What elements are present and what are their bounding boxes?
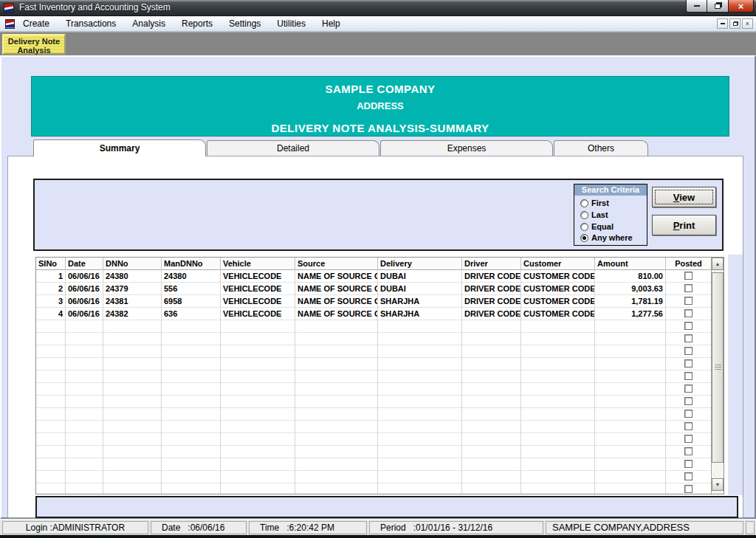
posted-checkbox[interactable] [684, 472, 693, 480]
menu-create[interactable]: Create [15, 16, 58, 31]
menu-reports[interactable]: Reports [173, 16, 221, 31]
table-row-empty[interactable] [36, 408, 724, 421]
status-time: Time :6:20:42 PM [249, 521, 367, 534]
radio-last[interactable]: Last [580, 210, 608, 219]
table-row-empty[interactable] [36, 345, 724, 358]
table-row-empty[interactable] [36, 483, 724, 494]
column-header-customer[interactable]: Customer [521, 258, 595, 270]
column-header-source[interactable]: Source [295, 258, 378, 270]
table-row[interactable]: 206/06/1624379556VEHICLECODENAME OF SOUR… [36, 283, 724, 295]
column-header-delivery[interactable]: Delivery [378, 258, 462, 270]
posted-checkbox[interactable] [684, 447, 693, 455]
menu-transactions[interactable]: Transactions [58, 16, 124, 31]
cell-mandnno [162, 396, 221, 408]
cell-source [295, 345, 378, 358]
table-row-empty[interactable] [36, 446, 724, 458]
posted-checkbox[interactable] [684, 372, 693, 380]
radio-anywhere[interactable]: Any where [580, 233, 633, 242]
cell-date [66, 383, 103, 396]
table-row-empty[interactable] [36, 433, 724, 446]
posted-checkbox[interactable] [684, 272, 693, 280]
scroll-down-button[interactable]: ▼ [712, 478, 724, 491]
cell-dnno: 24379 [103, 283, 162, 295]
table-row-empty[interactable] [36, 421, 724, 433]
vertical-scrollbar[interactable]: ▲ ▼ [711, 258, 724, 494]
print-button[interactable]: Print [652, 215, 716, 235]
cell-customer [521, 358, 595, 370]
menu-help[interactable]: Help [314, 16, 348, 31]
restore-button[interactable] [707, 0, 729, 13]
cell-mandnno: 636 [162, 308, 221, 320]
mdi-restore-button[interactable] [729, 18, 740, 29]
posted-checkbox[interactable] [684, 297, 693, 305]
posted-checkbox[interactable] [684, 334, 693, 342]
column-header-mandnno[interactable]: ManDNNo [162, 258, 221, 270]
posted-checkbox[interactable] [684, 460, 693, 468]
tab-expenses[interactable]: Expenses [380, 140, 553, 156]
mdi-close-button[interactable]: × [742, 18, 753, 29]
table-row-empty[interactable] [36, 396, 724, 408]
scroll-up-button[interactable]: ▲ [712, 258, 724, 270]
posted-checkbox[interactable] [684, 397, 693, 405]
tab-detailed[interactable]: Detailed [207, 140, 379, 156]
column-header-date[interactable]: Date [66, 258, 103, 270]
minimize-button[interactable] [686, 0, 707, 13]
cell-amount [595, 333, 666, 345]
menu-settings[interactable]: Settings [221, 16, 269, 31]
cell-date [66, 396, 103, 408]
column-header-amount[interactable]: Amount [595, 258, 666, 270]
cell-vehicle [221, 345, 295, 358]
table-row-empty[interactable] [36, 358, 724, 370]
table-row[interactable]: 306/06/16243816958VEHICLECODENAME OF SOU… [36, 295, 724, 308]
cell-driver [462, 333, 521, 345]
mdi-child-logo-icon[interactable] [5, 19, 15, 29]
table-row-empty[interactable] [36, 320, 724, 333]
posted-checkbox[interactable] [684, 347, 693, 355]
posted-checkbox[interactable] [684, 284, 693, 292]
posted-checkbox[interactable] [684, 485, 693, 493]
search-criteria-title: Search Criteria [574, 184, 647, 196]
cell-posted [666, 446, 712, 458]
column-header-driver[interactable]: Driver [462, 258, 521, 270]
view-button[interactable]: View [652, 187, 716, 207]
close-button[interactable]: × [729, 0, 754, 13]
posted-checkbox[interactable] [684, 322, 693, 330]
table-row-empty[interactable] [36, 333, 724, 345]
column-header-dnno[interactable]: DNNo [103, 258, 162, 270]
cell-vehicle [221, 433, 295, 446]
table-row[interactable]: 106/06/162438024380VEHICLECODENAME OF SO… [36, 270, 724, 283]
posted-checkbox[interactable] [684, 410, 693, 418]
posted-checkbox[interactable] [684, 309, 693, 317]
cell-delivery: DUBAI [378, 270, 462, 283]
cell-date [66, 345, 103, 358]
cell-vehicle [221, 446, 295, 458]
column-header-sino[interactable]: SINo [36, 258, 66, 270]
open-form-tab-delivery-note-analysis[interactable]: Delivery Note Analysis [2, 34, 66, 55]
radio-equal[interactable]: Equal [580, 222, 614, 231]
scrollbar-thumb[interactable] [712, 272, 724, 463]
table-row-empty[interactable] [36, 370, 724, 383]
table-row-empty[interactable] [36, 471, 724, 483]
cell-posted [666, 433, 712, 446]
form-tab-line1: Delivery Note [4, 37, 64, 46]
cell-customer: CUSTOMER CODE [521, 270, 595, 283]
table-row-empty[interactable] [36, 383, 724, 396]
posted-checkbox[interactable] [684, 435, 693, 443]
app-window: Fast Inventory and Accounting System × C… [0, 0, 756, 538]
posted-checkbox[interactable] [684, 422, 693, 430]
table-row[interactable]: 406/06/1624382636VEHICLECODENAME OF SOUR… [36, 308, 724, 320]
menu-analysis[interactable]: Analysis [124, 16, 173, 31]
radio-first[interactable]: First [580, 199, 609, 207]
tab-summary[interactable]: Summary [33, 139, 206, 156]
mdi-minimize-icon [721, 23, 725, 24]
tab-others[interactable]: Others [554, 140, 648, 156]
cell-amount [595, 421, 666, 433]
mdi-minimize-button[interactable] [717, 18, 728, 29]
column-header-posted[interactable]: Posted [666, 258, 712, 270]
posted-checkbox[interactable] [684, 359, 693, 368]
column-header-vehicle[interactable]: Vehicle [221, 258, 295, 270]
menu-utilities[interactable]: Utilities [269, 16, 314, 31]
posted-checkbox[interactable] [684, 384, 693, 393]
table-row-empty[interactable] [36, 458, 724, 471]
cell-vehicle: VEHICLECODE [221, 283, 295, 295]
